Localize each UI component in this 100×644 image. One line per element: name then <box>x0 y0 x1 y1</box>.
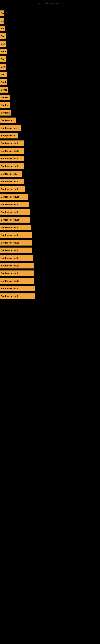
bottleneck-result-bar: Bott <box>0 56 6 62</box>
bottleneck-result-bar: Bottleneck result <box>0 164 24 169</box>
bottleneck-result-bar: Bo <box>0 10 3 16</box>
bottleneck-result-bar: Bottleneck resu <box>0 125 21 131</box>
bar-row: Bottleneck result <box>0 285 100 292</box>
bottleneck-result-bar: Bottlenk <box>0 110 11 116</box>
bottleneck-result-bar: Bottleneck result <box>0 186 25 192</box>
bar-row: Bo <box>0 10 100 16</box>
bar-row: Bottleneck result <box>0 293 100 300</box>
bar-row: Bottl <box>0 48 100 55</box>
bottleneck-result-bar: Bottler <box>0 102 10 108</box>
bar-row: Bottleneck result <box>0 240 100 246</box>
bar-row: Bottleneck result <box>0 270 100 276</box>
bottleneck-result-bar: Bott <box>0 72 7 77</box>
bar-row: Bottle <box>0 86 100 93</box>
bar-row: Bottleneck result <box>0 178 100 185</box>
bar-row: Bottleneck result <box>0 262 100 269</box>
bottleneck-result-bar: Bottleneck result <box>0 263 34 268</box>
bar-row: Bottleneck re <box>0 132 100 139</box>
bar-row: Bottleneck result <box>0 163 100 170</box>
bar-row: Bottleneck result <box>0 140 100 146</box>
bar-row: Bottleneck resu <box>0 125 100 131</box>
bottleneck-result-bar: Bottleneck result <box>0 156 24 162</box>
bar-row: Bott <box>0 71 100 78</box>
bottleneck-result-bar: Bottleneck result <box>0 286 35 292</box>
bottleneck-result-bar: Bottleneck result <box>0 202 29 207</box>
bottleneck-result-bar: Bottleneck result <box>0 140 24 146</box>
bar-row: Bottlenk <box>0 110 100 116</box>
bottleneck-result-bar: Bottleneck result <box>0 179 24 184</box>
bar-row: Bott <box>0 56 100 62</box>
bottleneck-result-bar: Bottl <box>0 49 7 54</box>
bottleneck-result-bar: Bottlen <box>0 94 10 100</box>
site-title: TheBottlenecker.com <box>0 0 100 7</box>
bottleneck-result-bar: Bottleneck result <box>0 248 32 253</box>
bar-row: Bottleneck result <box>0 201 100 208</box>
bottleneck-result-bar: Bott <box>0 64 6 70</box>
bottleneck-result-bar: Bottleneck result <box>0 294 35 299</box>
bar-row: Bo <box>0 18 100 24</box>
bottleneck-result-bar: Bottleneck result <box>0 278 34 284</box>
bottleneck-result-bar: Bottleneck result <box>0 194 28 200</box>
bar-row: Bottleneck result <box>0 255 100 261</box>
bottleneck-result-bar: Bottl <box>0 79 7 85</box>
bottleneck-result-bar: Bottleneck re <box>0 133 18 138</box>
bottleneck-result-bar: Bottleneck result <box>0 217 30 222</box>
bar-row: Bottleneck result <box>0 148 100 154</box>
bottleneck-result-bar: Bo <box>0 18 4 24</box>
bottleneck-result-bar: Bottleneck result <box>0 255 33 261</box>
bottleneck-result-bar: Bottle <box>0 87 8 92</box>
bar-row: Bottleneck result <box>0 194 100 200</box>
bar-row: Bottlen <box>0 94 100 100</box>
bottleneck-result-bar: Bottleneck result <box>0 209 30 215</box>
bottleneck-result-bar: Bottleneck r <box>0 118 16 123</box>
bar-row: Bot <box>0 25 100 32</box>
bottleneck-result-bar: Bott <box>0 41 6 47</box>
bar-row: Bottleneck result <box>0 186 100 192</box>
bar-row: Bottleneck result <box>0 247 100 254</box>
bar-row: Bottleneck resu <box>0 171 100 177</box>
bar-row: Bottleneck result <box>0 209 100 215</box>
bar-row: Bott <box>0 33 100 40</box>
bar-row: Bottl <box>0 79 100 85</box>
bar-row: Bottleneck r <box>0 117 100 124</box>
bars-container: BoBoBotBottBottBottlBottBottBottBottlBot… <box>0 7 100 303</box>
bottleneck-result-bar: Bottleneck result <box>0 148 24 154</box>
bar-row: Bottleneck result <box>0 216 100 223</box>
bar-row: Bott <box>0 64 100 70</box>
bar-row: Bottleneck result <box>0 155 100 162</box>
bar-row: Bottleneck result <box>0 232 100 238</box>
bar-row: Bottleneck result <box>0 224 100 231</box>
bottleneck-result-bar: Bottleneck resu <box>0 171 22 177</box>
bar-row: Bottler <box>0 102 100 108</box>
bottleneck-result-bar: Bottleneck result <box>0 240 32 246</box>
bar-row: Bottleneck result <box>0 278 100 284</box>
bottleneck-result-bar: Bot <box>0 26 5 32</box>
bottleneck-result-bar: Bott <box>0 34 6 39</box>
bottleneck-result-bar: Bottleneck result <box>0 232 32 238</box>
bottleneck-result-bar: Bottleneck result <box>0 224 31 230</box>
bottleneck-result-bar: Bottleneck result <box>0 270 34 276</box>
bar-row: Bott <box>0 41 100 47</box>
